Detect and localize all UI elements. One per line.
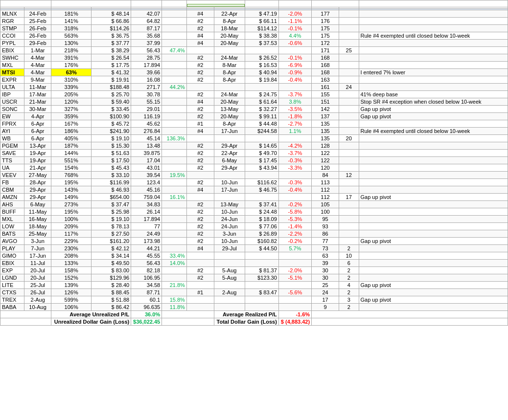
cell-sell-rule	[186, 194, 214, 201]
cell-quote: 96.635	[131, 304, 162, 311]
cell-bo-volume: 117%	[51, 230, 91, 238]
cell-pivot: $ 49.50	[91, 260, 131, 267]
cell-pivot: $ 42.12	[91, 245, 131, 252]
cell-realized	[278, 194, 311, 201]
cell-symbol: BATS	[0, 230, 24, 238]
cell-days: 73	[312, 245, 339, 252]
cell-pivot: $ 19.91	[91, 76, 131, 84]
cell-quote: 34.58	[131, 282, 162, 289]
cell-realized: -4.2%	[278, 142, 311, 150]
refresh-cell[interactable]	[186, 0, 245, 7]
avg-unrealized-label: Average Unrealized P/L	[51, 311, 131, 318]
cell-symbol: WB	[0, 135, 24, 142]
cell-sell-rule: #2	[186, 69, 214, 76]
cell-bo-volume: 339%	[51, 84, 91, 91]
cell-pivot: $ 86.42	[91, 304, 131, 311]
table-row: TTS 19-Apr 551% $ 17.50 17.04 #2 6-May $…	[0, 157, 508, 164]
cell-sell-date: 22-Apr	[214, 150, 245, 157]
cell-week	[339, 18, 359, 25]
app-title	[0, 0, 51, 7]
cell-symbol: LOW	[0, 223, 24, 230]
cell-sell-rule: #2	[186, 274, 214, 282]
cell-sell-price: $ 44.48	[245, 120, 278, 128]
cell-bo-volume: 126%	[51, 289, 91, 296]
cell-bo-volume: 768%	[51, 172, 91, 179]
cell-pivot: $ 51.63	[91, 150, 131, 157]
cell-bo-date: 17-Mar	[24, 91, 51, 98]
cell-symbol: PGEM	[0, 142, 24, 150]
cell-realized: -0.2%	[278, 201, 311, 208]
cell-note	[359, 10, 508, 18]
cell-note	[359, 84, 508, 91]
cell-pivot: $ 33.10	[91, 172, 131, 179]
top-header-row	[0, 0, 508, 7]
cell-realized: -2.0%	[278, 267, 311, 274]
cell-note	[359, 179, 508, 186]
cell-quote: 60.1	[131, 296, 162, 304]
cell-sell-price	[245, 296, 278, 304]
cell-sell-rule	[186, 296, 214, 304]
cell-note	[359, 304, 508, 311]
cell-bo-date: 29-Feb	[24, 40, 51, 47]
cell-sell-rule: #2	[186, 208, 214, 216]
cell-symbol: CBM	[0, 186, 24, 194]
cell-bo-volume: 100%	[51, 216, 91, 223]
table-row: ULTA 11-Mar 339% $188.48 271.7 44.2% 161…	[0, 84, 508, 91]
cell-days: 112	[312, 194, 339, 201]
cell-symbol: MTSI	[0, 69, 24, 76]
cell-week	[339, 128, 359, 135]
cell-realized	[278, 172, 311, 179]
cell-bo-date: 19-Apr	[24, 150, 51, 157]
cell-note: Gap up pivot	[359, 296, 508, 304]
cell-pl: 11.8%	[162, 304, 187, 311]
cell-sell-price: $ 37.41	[245, 201, 278, 208]
cell-week	[339, 62, 359, 69]
cell-pivot: $ 78.13	[91, 223, 131, 230]
cell-sell-rule: #4	[186, 245, 214, 252]
cell-week	[339, 201, 359, 208]
cell-symbol: ULTA	[0, 84, 24, 91]
cell-pivot: $ 19.10	[91, 135, 131, 142]
cell-realized	[278, 84, 311, 91]
total-dollar-val: $ (4,883.42)	[278, 318, 311, 326]
cell-pivot: $ 37.47	[91, 201, 131, 208]
cell-pl	[162, 69, 187, 76]
cell-realized: 4.4%	[278, 32, 311, 40]
refresh-button[interactable]	[187, 4, 245, 7]
cell-sell-price	[245, 252, 278, 260]
unrealized-dollar-val: $36,022.45	[131, 318, 162, 326]
cell-sell-date	[214, 260, 245, 267]
cell-week: 2	[339, 267, 359, 274]
table-row: PLAY 7-Jun 230% $ 42.12 44.21 #4 29-Jul …	[0, 245, 508, 252]
cell-realized: -0.4%	[278, 186, 311, 194]
cell-week	[339, 32, 359, 40]
cell-sell-date: 3-Jun	[214, 230, 245, 238]
cell-sell-rule: #4	[186, 186, 214, 194]
cell-week	[339, 186, 359, 194]
cell-days: 135	[312, 128, 339, 135]
header-date1	[51, 0, 131, 7]
cell-pivot: $ 33.45	[91, 106, 131, 113]
cell-bo-date: 19-Apr	[24, 157, 51, 164]
cell-pivot: $114.26	[91, 25, 131, 32]
table-row: FB 28-Apr 195% $116.99 123.4 #2 10-Jun $…	[0, 179, 508, 186]
cell-pivot: $188.48	[91, 84, 131, 91]
cell-sell-rule: #2	[186, 179, 214, 186]
cell-week: 17	[339, 194, 359, 201]
cell-realized: -1.4%	[278, 223, 311, 230]
header-blank3	[359, 0, 508, 7]
cell-week	[339, 238, 359, 245]
cell-sell-price	[245, 194, 278, 201]
cell-sell-price: $114.12	[245, 25, 278, 32]
cell-bo-date: 6-Apr	[24, 120, 51, 128]
cell-symbol: MLNX	[0, 10, 24, 18]
cell-sell-date: 10-Jun	[214, 208, 245, 216]
cell-bo-date: 18-May	[24, 223, 51, 230]
cell-pl	[162, 201, 187, 208]
cell-sell-rule: #2	[186, 62, 214, 69]
cell-sell-date	[214, 304, 245, 311]
cell-pivot: $ 48.14	[91, 10, 131, 18]
cell-pl	[162, 128, 187, 135]
cell-pl	[162, 62, 187, 69]
cell-sell-date: 24-Mar	[214, 54, 245, 62]
